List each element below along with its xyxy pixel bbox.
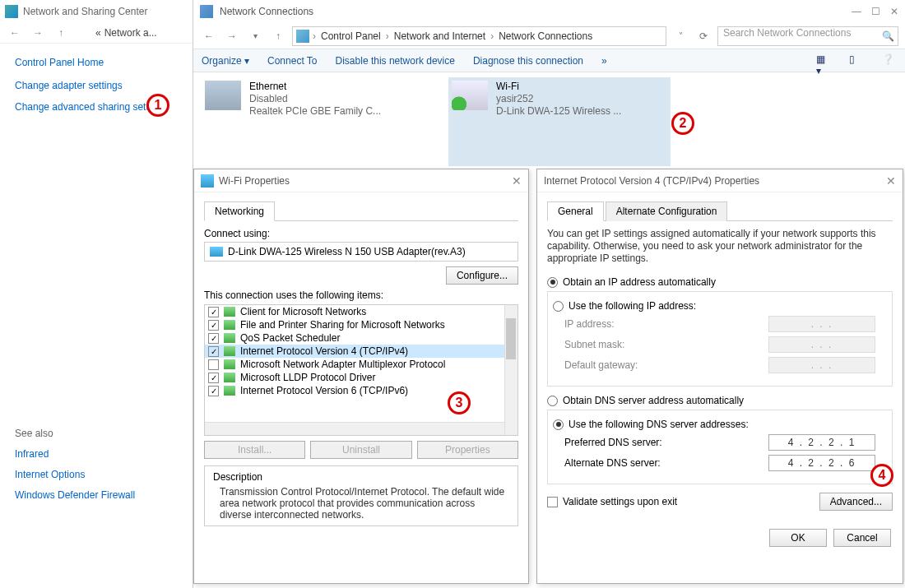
checkbox[interactable]: ✓ [208,333,219,344]
change-adapter-link[interactable]: Change adapter settings [15,80,179,91]
adapter-name: Wi-Fi [496,81,621,93]
network-center-icon [5,5,18,18]
more-chevron-button[interactable]: » [601,55,607,67]
radio-use-ip[interactable] [553,301,564,312]
minimize-button[interactable]: — [852,6,861,17]
adapter-wifi[interactable]: Wi-Fi yasir252 D-Link DWA-125 Wireless .… [448,77,671,166]
nav-forward-button[interactable]: → [223,27,241,45]
use-dns-radio-row[interactable]: Use the following DNS server addresses: [553,419,875,430]
network-item-row[interactable]: ✓File and Printer Sharing for Microsoft … [205,318,517,331]
use-dns-label: Use the following DNS server addresses: [569,419,749,430]
network-item-row[interactable]: ✓Internet Protocol Version 6 (TCP/IPv6) [205,384,517,397]
crumb-network-connections[interactable]: Network Connections [497,30,594,42]
back-title: Network and Sharing Center [23,6,147,17]
checkbox[interactable]: ✓ [208,373,219,383]
adapter-field[interactable]: D-Link DWA-125 Wireless N 150 USB Adapte… [204,242,518,262]
tab-alternate[interactable]: Alternate Configuration [606,201,728,221]
adapter-ethernet[interactable]: Ethernet Disabled Realtek PCIe GBE Famil… [202,77,424,166]
ok-button[interactable]: OK [769,529,827,547]
firewall-link[interactable]: Windows Defender Firewall [15,489,135,501]
close-icon[interactable]: ✕ [512,174,522,188]
radio-obtain-ip[interactable] [547,277,558,288]
history-dropdown[interactable]: ˅ [671,27,689,45]
obtain-ip-radio-row[interactable]: Obtain an IP address automatically [547,276,893,288]
network-item-row[interactable]: ✓Microsoft LLDP Protocol Driver [205,371,517,384]
alt-dns-input[interactable]: 4 . 2 . 2 . 6 [768,455,875,471]
diagnose-button[interactable]: Diagnose this connection [473,55,583,67]
view-options-icon[interactable]: ▦ ▾ [816,53,831,68]
network-item-row[interactable]: ✓QoS Packet Scheduler [205,331,517,345]
refresh-button[interactable]: ⟳ [694,27,712,45]
ethernet-icon [205,81,241,110]
step-marker-1: 1 [146,94,169,117]
connect-to-button[interactable]: Connect To [267,55,318,67]
wifi-adapter-icon [201,174,214,188]
nav-history-button[interactable]: ▾ [246,27,264,45]
tab-networking[interactable]: Networking [204,201,275,221]
network-item-row[interactable]: Microsoft Network Adapter Multiplexor Pr… [205,358,517,371]
network-item-row[interactable]: ✓Internet Protocol Version 4 (TCP/IPv4) [205,345,517,358]
network-item-row[interactable]: ✓Client for Microsoft Networks [205,305,517,318]
wifi-dlg-tabs: Networking [204,201,518,221]
internet-options-link[interactable]: Internet Options [15,469,135,480]
tab-general[interactable]: General [547,201,604,221]
back-button[interactable]: ← [7,25,23,41]
infrared-link[interactable]: Infrared [15,448,135,460]
advanced-button[interactable]: Advanced... [819,493,893,511]
control-panel-home-link[interactable]: Control Panel Home [15,57,179,68]
wifi-icon [452,81,488,110]
checkbox[interactable]: ✓ [208,320,219,331]
close-button[interactable]: ✕ [890,6,898,17]
checkbox[interactable] [208,359,219,370]
tcpip-dlg-title: Internet Protocol Version 4 (TCP/IPv4) P… [544,175,759,187]
search-icon: 🔍 [882,30,894,42]
up-button[interactable]: ↑ [53,25,69,41]
network-item-label: File and Printer Sharing for Microsoft N… [240,319,445,331]
horizontal-scrollbar[interactable] [205,422,504,435]
search-input[interactable]: Search Network Connections 🔍 [717,26,898,46]
properties-button[interactable]: Properties [417,441,518,459]
radio-obtain-dns[interactable] [547,396,558,406]
breadcrumb[interactable]: › Control Panel › Network and Internet ›… [292,26,666,46]
adapter-status: Disabled [249,93,381,105]
back-breadcrumb[interactable]: « Network a... [76,26,162,39]
nav-back-button[interactable]: ← [200,27,218,45]
gateway-input[interactable]: . . . [768,357,875,373]
checkbox[interactable]: ✓ [208,307,219,317]
obtain-ip-label: Obtain an IP address automatically [563,276,716,288]
organize-menu[interactable]: Organize ▾ [202,55,249,67]
use-ip-label: Use the following IP address: [569,300,696,312]
forward-button[interactable]: → [30,25,46,41]
radio-use-dns[interactable] [553,419,564,430]
vertical-scrollbar[interactable] [504,305,517,435]
maximize-button[interactable]: ☐ [871,6,880,17]
checkbox[interactable]: ✓ [208,346,219,357]
validate-checkbox[interactable] [547,497,558,507]
network-item-label: Client for Microsoft Networks [240,306,366,317]
tcpip-description: You can get IP settings assigned automat… [547,228,893,265]
nav-up-button[interactable]: ↑ [269,27,287,45]
validate-checkbox-row[interactable]: Validate settings upon exit [547,496,677,507]
cancel-button[interactable]: Cancel [833,529,891,547]
crumb-control-panel[interactable]: Control Panel [319,30,383,42]
obtain-dns-radio-row[interactable]: Obtain DNS server address automatically [547,395,893,406]
network-center-icon [81,27,92,39]
subnet-input[interactable]: . . . [768,336,875,353]
wifi-dlg-title: Wi-Fi Properties [219,175,290,187]
pref-dns-input[interactable]: 4 . 2 . 2 . 1 [768,434,875,451]
uninstall-button[interactable]: Uninstall [310,441,411,459]
validate-label: Validate settings upon exit [563,496,677,507]
close-icon[interactable]: ✕ [886,174,896,188]
install-button[interactable]: Install... [204,441,305,459]
use-ip-radio-row[interactable]: Use the following IP address: [553,300,875,312]
adapters-list: Ethernet Disabled Realtek PCIe GBE Famil… [193,72,905,171]
protocol-icon [224,320,235,330]
disable-device-button[interactable]: Disable this network device [336,55,455,67]
configure-button[interactable]: Configure... [446,266,518,285]
checkbox[interactable]: ✓ [208,386,219,396]
help-icon[interactable]: ❔ [882,53,897,68]
ip-address-input[interactable]: . . . [768,316,875,332]
ip-group: Use the following IP address: IP address… [547,291,893,387]
preview-pane-icon[interactable]: ▯ [849,53,864,68]
crumb-network-internet[interactable]: Network and Internet [392,30,487,42]
